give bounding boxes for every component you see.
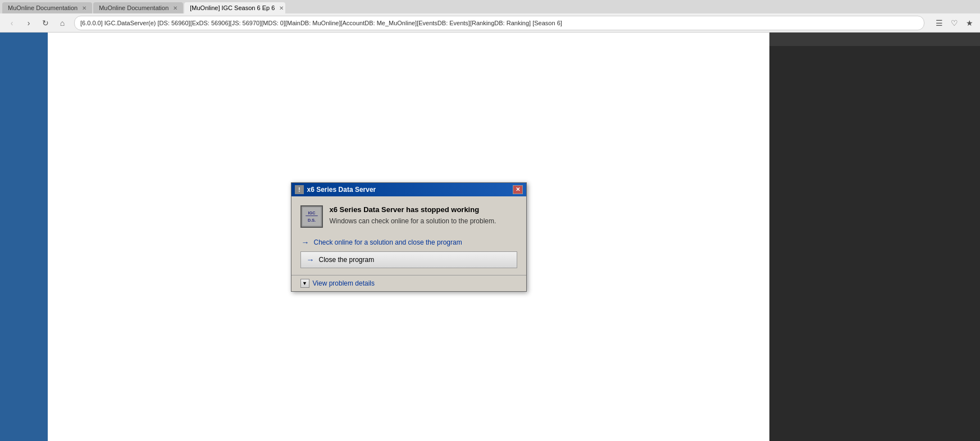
check-online-link[interactable]: → Check online for a solution and close … [300,236,517,249]
svg-text:IGC: IGC [308,210,315,215]
tab-bar: MuOnline Documentation ✕ MuOnline Docume… [0,0,980,13]
back-icon: ‹ [11,19,13,27]
expand-details-button[interactable]: ▼ [300,279,309,288]
tab-1-close[interactable]: ✕ [82,5,86,11]
close-program-button[interactable]: → Close the program [300,251,517,268]
tab-3[interactable]: [MuOnline] IGC Season 6 Ep 6 ✕ [184,2,285,13]
tab-2-close[interactable]: ✕ [173,5,177,11]
tab-3-close[interactable]: ✕ [279,5,284,11]
browser-right-content [769,46,980,441]
dialog-sub-message: Windows can check online for a solution … [330,217,517,225]
dialog-actions: → Check online for a solution and close … [300,236,517,268]
bookmark-icon[interactable]: ♡ [949,16,960,30]
app-icon: IGC D.S. [300,205,323,228]
dialog-title: x6 Series Data Server [307,186,509,194]
page-area: ! x6 Series Data Server ✕ [48,33,769,441]
sidebar [0,33,48,441]
tab-3-label: [MuOnline] IGC Season 6 Ep 6 [190,4,275,11]
home-button[interactable]: ⌂ [55,16,70,30]
address-bar[interactable]: [6.0.0.0] IGC.DataServer(e) [DS: 56960][… [74,16,924,30]
dialog-titlebar: ! x6 Series Data Server ✕ [291,183,526,196]
expand-icon: ▼ [302,281,307,286]
dialog-footer: ▼ View problem details [291,275,526,291]
dialog-titlebar-icon: ! [295,185,304,194]
svg-rect-5 [306,215,318,216]
dialog-message-area: x6 Series Data Server has stopped workin… [330,205,517,225]
dialog-close-button[interactable]: ✕ [513,185,523,194]
svg-text:D.S.: D.S. [308,218,316,223]
star-icon[interactable]: ★ [964,16,976,30]
tab-2[interactable]: MuOnline Documentation ✕ [93,2,183,13]
dialog-overlay: ! x6 Series Data Server ✕ [48,33,769,441]
forward-button[interactable]: › [21,16,36,30]
browser-chrome: MuOnline Documentation ✕ MuOnline Docume… [0,0,980,33]
error-dialog: ! x6 Series Data Server ✕ [291,182,527,292]
tab-1[interactable]: MuOnline Documentation ✕ [2,2,92,13]
browser-right-panel [769,33,980,441]
nav-bar: ‹ › ↻ ⌂ [6.0.0.0] IGC.DataServer(e) [DS:… [0,13,980,33]
tab-2-label: MuOnline Documentation [99,4,168,11]
address-text: [6.0.0.0] IGC.DataServer(e) [DS: 56960][… [80,20,918,26]
view-problem-details-link[interactable]: View problem details [313,279,375,287]
nav-right-icons: ☰ ♡ ★ [933,16,976,30]
refresh-button[interactable]: ↻ [38,16,53,30]
check-online-label: Check online for a solution and close th… [314,238,462,246]
main-content: ! x6 Series Data Server ✕ [0,33,980,441]
dialog-main-message: x6 Series Data Server has stopped workin… [330,205,517,214]
svg-text:!: ! [298,187,300,193]
close-program-arrow-icon: → [307,255,314,264]
dialog-body: IGC D.S. x6 Series Data Server has stopp… [291,196,526,275]
back-button[interactable]: ‹ [4,16,19,30]
forward-icon: › [28,19,30,27]
dialog-header-row: IGC D.S. x6 Series Data Server has stopp… [300,205,517,228]
check-online-arrow-icon: → [302,238,309,247]
browser-right-toolbar [769,33,980,46]
close-program-label: Close the program [319,256,375,264]
refresh-icon: ↻ [42,19,49,27]
tab-1-label: MuOnline Documentation [8,4,78,11]
home-icon: ⌂ [60,19,65,27]
menu-icon[interactable]: ☰ [933,16,945,30]
